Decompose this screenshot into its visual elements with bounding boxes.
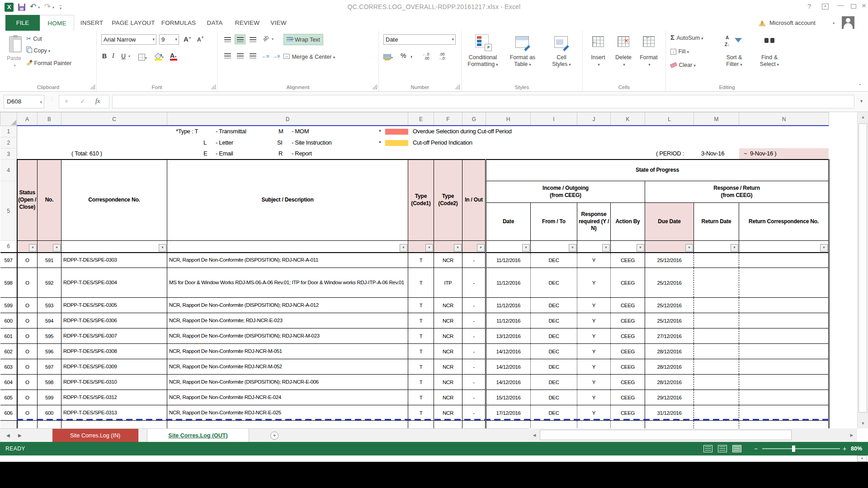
cell-respreq[interactable]: Y — [577, 313, 611, 328]
zoom-in-icon[interactable]: + — [843, 445, 846, 452]
redo-icon[interactable]: ↷ — [44, 2, 51, 11]
col-G[interactable]: G — [462, 113, 486, 126]
cancel-icon[interactable]: × — [65, 98, 68, 105]
row-605[interactable]: 605 — [0, 390, 17, 405]
cell-rdate[interactable] — [694, 375, 739, 390]
expand-formula-bar-icon[interactable]: ▼ — [859, 99, 863, 103]
font-name-select[interactable]: Arial Narrow▾ — [101, 34, 156, 45]
zoom-out-icon[interactable]: − — [754, 445, 758, 452]
cell-date[interactable]: 14/12/2016 — [486, 344, 531, 359]
format-as-table-button[interactable]: Format asTable — [503, 33, 542, 80]
tab-formulas[interactable]: FORMULAS — [157, 15, 200, 31]
cell-fromto[interactable]: DEC — [531, 313, 577, 328]
row-599[interactable]: 599 — [0, 298, 17, 313]
cell-no[interactable]: 592 — [38, 268, 61, 298]
row-606[interactable]: 606 — [0, 405, 17, 421]
cell-date[interactable]: 13/12/2016 — [486, 328, 531, 344]
collapse-ribbon-icon[interactable]: ⌃ — [858, 83, 862, 88]
format-button[interactable]: ↔ Format — [636, 33, 661, 80]
cell-date[interactable]: 11/12/2016 — [486, 268, 531, 298]
decrease-decimal-button[interactable]: .00→.0 — [438, 52, 445, 61]
cell-fromto[interactable]: DEC — [531, 390, 577, 405]
underline-dropdown-icon[interactable]: ▾ — [128, 54, 130, 58]
cell-action[interactable]: CEEG — [611, 375, 645, 390]
save-icon[interactable] — [18, 4, 25, 11]
account-dropdown-icon[interactable]: ▾ — [833, 21, 835, 25]
cell-type1[interactable]: T — [408, 359, 434, 375]
cell-corr[interactable]: RDPP-T-DES/SPE-0309 — [61, 359, 167, 375]
cell-type1[interactable]: T — [408, 298, 434, 313]
minimize-icon[interactable]: — — [837, 1, 844, 9]
cell-inout[interactable]: - — [462, 359, 486, 375]
row-604[interactable]: 604 — [0, 375, 17, 390]
header-status[interactable]: Status (Open / Close) — [17, 160, 38, 241]
cell-fromto[interactable]: DEC — [531, 359, 577, 375]
decrease-indent-button[interactable]: ←≡ — [262, 53, 269, 59]
filter-button[interactable] — [29, 244, 37, 252]
grow-font-button[interactable]: A▲ — [184, 35, 192, 43]
row-598[interactable]: 598 — [0, 268, 17, 298]
find-select-button[interactable]: Find &Select — [752, 33, 787, 80]
cell-rcorr[interactable] — [739, 359, 829, 375]
cell-type2[interactable]: NCR — [434, 359, 462, 375]
cell-type2[interactable]: NCR — [434, 328, 462, 344]
cell-date[interactable]: 17/12/2016 — [486, 405, 531, 421]
wrap-text-button[interactable]: Wrap Text — [283, 34, 323, 45]
cell-action[interactable]: CEEG — [611, 344, 645, 359]
cell-action[interactable]: CEEG — [611, 328, 645, 344]
horizontal-scrollbar-thumb[interactable] — [540, 430, 792, 440]
cell-respreq[interactable]: Y — [577, 298, 611, 313]
cell-rdate[interactable] — [694, 253, 739, 268]
col-H[interactable]: H — [486, 113, 531, 126]
autosum-button[interactable]: Σ AutoSum — [670, 33, 703, 42]
cell-status[interactable]: O — [17, 313, 38, 328]
restore-icon[interactable] — [851, 4, 856, 9]
row-4[interactable]: 4 — [0, 160, 17, 181]
cell-no[interactable]: 595 — [38, 328, 61, 344]
percent-button[interactable]: % — [401, 52, 406, 59]
header-no[interactable]: No. — [38, 160, 61, 241]
ribbon-display-options-icon[interactable] — [822, 4, 829, 9]
cell-corr[interactable]: RDPP-T-DES/SPE-0313 — [61, 405, 167, 421]
font-size-select[interactable]: 9▾ — [159, 34, 179, 45]
insert-button[interactable]: ← Insert — [585, 33, 611, 80]
col-B[interactable]: B — [38, 113, 61, 126]
bold-button[interactable]: B — [102, 52, 107, 60]
row-603[interactable]: 603 — [0, 359, 17, 375]
cell-type2[interactable]: NCR — [434, 390, 462, 405]
orientation-dropdown-icon[interactable]: ▾ — [272, 37, 274, 41]
row-602[interactable]: 602 — [0, 344, 17, 359]
cell-date[interactable]: 11/12/2016 — [486, 253, 531, 268]
cell-action[interactable]: CEEG — [611, 359, 645, 375]
cell-due[interactable]: 25/12/2016 — [645, 268, 694, 298]
vertical-scrollbar-thumb[interactable] — [859, 123, 867, 413]
filter-button[interactable] — [685, 244, 693, 252]
row-607[interactable] — [0, 421, 17, 429]
cell-date[interactable]: 14/12/2016 — [486, 359, 531, 375]
cell-rcorr[interactable] — [739, 253, 829, 268]
account-label[interactable]: Microsoft account — [769, 15, 816, 31]
filter-button[interactable] — [522, 244, 530, 252]
tab-page-layout[interactable]: PAGE LAYOUT — [109, 15, 157, 31]
align-top-button[interactable] — [222, 34, 233, 44]
header-income-outgoing[interactable]: Income / Outgoing(from CEEG) — [486, 181, 645, 203]
cell-subject[interactable]: NCR, Rapport De Non-Conformite RDJ-NCR-E… — [167, 405, 408, 421]
cell-inout[interactable]: - — [462, 253, 486, 268]
cell-status[interactable]: O — [17, 344, 38, 359]
cell-rcorr[interactable] — [739, 298, 829, 313]
align-bottom-button[interactable] — [247, 34, 258, 44]
accounting-format-button[interactable]: ▾ — [383, 52, 393, 61]
sheet-nav-right-icon[interactable]: ▶ — [18, 429, 22, 442]
cell-type2[interactable]: NCR — [434, 298, 462, 313]
cell-inout[interactable]: - — [462, 344, 486, 359]
cell-subject[interactable]: NCR, Rapport De Non-Conformite (DISPOSIT… — [167, 253, 408, 268]
cell-corr[interactable]: RDPP-T-DES/SPE-0306 — [61, 313, 167, 328]
header-date[interactable]: Date — [486, 203, 531, 241]
filter-button[interactable] — [731, 244, 738, 252]
cell-corr[interactable]: RDPP-T-DES/SPE-0304 — [61, 268, 167, 298]
qat-customize-icon[interactable]: ▾ — [60, 5, 61, 10]
bottom-scroll-icon[interactable]: ▼ — [857, 455, 867, 462]
cell-respreq[interactable]: Y — [577, 328, 611, 344]
cell-subject[interactable]: NCR, Rapport De Non-Conformite RDJ-NCR-E… — [167, 390, 408, 405]
cell-respreq[interactable]: Y — [577, 359, 611, 375]
